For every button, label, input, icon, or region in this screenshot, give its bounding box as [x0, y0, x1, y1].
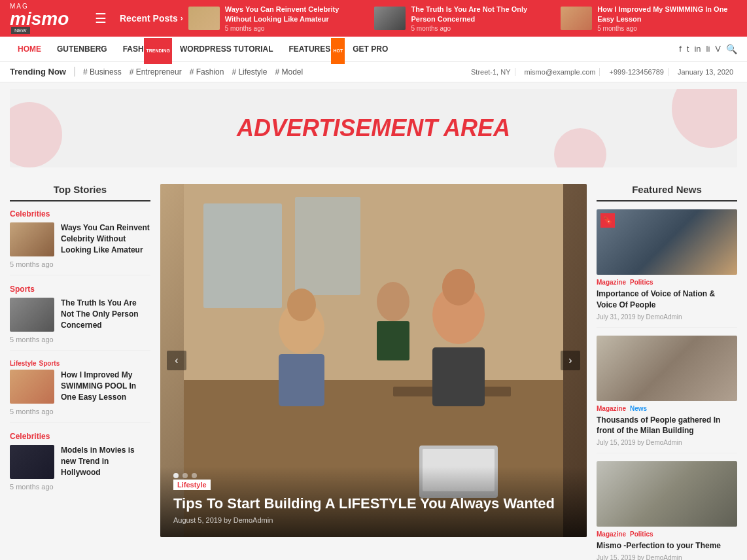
story-time: 5 months ago — [10, 260, 150, 268]
story-info: The Truth Is You Are Not The Only Person… — [61, 298, 150, 332]
recent-posts-chevron: › — [181, 14, 183, 23]
advertisement-banner: ADVERTISEMENT AREA — [10, 89, 737, 167]
featured-cat[interactable]: Magazine — [597, 531, 626, 538]
nav-item-get-pro[interactable]: GET PRO — [345, 37, 396, 61]
featured-cat[interactable]: Magazine — [597, 279, 626, 286]
trending-now-label: Trending Now — [10, 67, 75, 77]
story-title: Models in Movies is new Trend in Hollywo… — [61, 445, 150, 478]
vk-icon[interactable]: V — [715, 44, 721, 54]
trending-tag[interactable]: # Business — [83, 67, 122, 77]
svg-rect-9 — [279, 354, 324, 406]
featured-news-title: Featured News — [597, 184, 737, 201]
trending-tag[interactable]: # Entrepreneur — [130, 67, 182, 77]
svg-point-15 — [377, 282, 409, 321]
featured-news-item: 🔖 MagazinePolitics Importance of Voice o… — [597, 209, 737, 328]
slider-title: Tips To Start Building A LIFESTYLE You A… — [173, 495, 574, 512]
main-content: Top Stories Celebrities Ways You Can Rei… — [0, 174, 747, 560]
top-stories-list: Celebrities Ways You Can Reinvent Celebr… — [10, 209, 150, 497]
story-title: Ways You Can Reinvent Celebrity Without … — [61, 222, 150, 255]
svg-rect-6 — [295, 197, 360, 295]
slider-meta: August 5, 2019 by DemoAdmin — [173, 516, 574, 524]
trending-tags: # Business# Entrepreneur# Fashion# Lifes… — [83, 67, 467, 77]
top-stories-title: Top Stories — [10, 184, 150, 201]
recent-post-time: 5 months ago — [225, 25, 365, 32]
svg-rect-12 — [432, 347, 485, 406]
featured-meta: July 15, 2019 by DemoAdmin — [597, 554, 737, 560]
recent-post-title: The Truth Is You Are Not The Only Person… — [411, 5, 551, 24]
recent-posts-section: Recent Posts › Ways You Can Reinvent Cel… — [120, 5, 737, 32]
hamburger-menu-icon[interactable]: ☰ — [95, 10, 107, 26]
featured-title: Thousands of People gathered In front of… — [597, 415, 737, 437]
facebook-icon[interactable]: f — [679, 44, 682, 54]
nav-items: HOMEGUTENBERGFASHION ▾TRENDINGWORDPRESS … — [10, 37, 679, 61]
instagram-icon[interactable]: in — [694, 44, 701, 54]
story-time: 5 months ago — [10, 408, 150, 415]
svg-rect-5 — [203, 203, 282, 308]
logo-new-badge: NEW — [11, 27, 30, 34]
featured-cats: MagazinePolitics — [597, 531, 737, 538]
trending-tag[interactable]: # Fashion — [190, 67, 224, 77]
story-time: 5 months ago — [10, 336, 150, 343]
story-item[interactable]: Ways You Can Reinvent Celebrity Without … — [10, 222, 150, 256]
nav-item-fashion[interactable]: FASHION ▾TRENDING — [115, 37, 172, 61]
nav-item-features[interactable]: FEATURES ▾HOT — [281, 37, 345, 61]
nav-item-label: HOME — [18, 37, 41, 61]
svg-point-8 — [287, 289, 316, 321]
story-thumb — [10, 222, 54, 256]
story-item[interactable]: How I Improved My SWIMMING POOL In One E… — [10, 370, 150, 404]
search-icon[interactable]: 🔍 — [726, 44, 737, 54]
twitter-icon[interactable]: t — [687, 44, 689, 54]
story-category[interactable]: Celebrities — [10, 209, 150, 219]
nav-badge: HOT — [331, 38, 345, 64]
slider-prev-button[interactable]: ‹ — [167, 351, 186, 370]
recent-post-item[interactable]: How I Improved My SWIMMING In One Easy L… — [561, 5, 737, 32]
featured-thumb — [597, 461, 737, 527]
story-block: LifestyleSports How I Improved My SWIMMI… — [10, 360, 150, 423]
story-item[interactable]: Models in Movies is new Trend in Hollywo… — [10, 445, 150, 479]
nav-item-label: GET PRO — [353, 37, 388, 61]
recent-post-title: Ways You Can Reinvent Celebrity Without … — [225, 5, 365, 24]
story-category[interactable]: Celebrities — [10, 432, 150, 441]
nav-item-label: GUTENBERG — [57, 37, 107, 61]
top-header: MAG mismo NEW ☰ Recent Posts › Ways You … — [0, 0, 747, 37]
bookmark-icon: 🔖 — [600, 213, 615, 228]
recent-post-title: How I Improved My SWIMMING In One Easy L… — [597, 5, 737, 24]
story-item[interactable]: The Truth Is You Are Not The Only Person… — [10, 298, 150, 332]
story-tag[interactable]: Lifestyle — [10, 360, 37, 367]
recent-post-info: How I Improved My SWIMMING In One Easy L… — [597, 5, 737, 32]
phone-text: +999-123456789 — [605, 68, 669, 76]
recent-post-item[interactable]: The Truth Is You Are Not The Only Person… — [374, 5, 551, 32]
nav-item-home[interactable]: HOME — [10, 37, 49, 61]
ad-text: ADVERTISEMENT AREA — [237, 114, 510, 142]
slider-next-button[interactable]: › — [561, 351, 580, 370]
main-nav: HOMEGUTENBERGFASHION ▾TRENDINGWORDPRESS … — [0, 37, 747, 61]
recent-post-time: 5 months ago — [597, 25, 737, 32]
featured-news-list: 🔖 MagazinePolitics Importance of Voice o… — [597, 209, 737, 560]
recent-post-thumb — [188, 7, 220, 30]
featured-cats: MagazineNews — [597, 405, 737, 412]
featured-cat[interactable]: Politics — [630, 531, 653, 538]
featured-cat[interactable]: News — [630, 405, 647, 412]
slider-overlay: Lifestyle Tips To Start Building A LIFES… — [160, 466, 587, 537]
story-tags: LifestyleSports — [10, 360, 150, 367]
story-time: 5 months ago — [10, 483, 150, 491]
featured-cat[interactable]: Politics — [630, 279, 653, 286]
recent-post-thumb — [561, 7, 592, 30]
recent-post-thumb — [374, 7, 406, 30]
linkedin-icon[interactable]: li — [706, 44, 710, 54]
featured-cat[interactable]: Magazine — [597, 405, 626, 412]
trending-tag[interactable]: # Model — [275, 67, 303, 77]
nav-item-gutenberg[interactable]: GUTENBERG — [49, 37, 115, 61]
recent-posts-list: Ways You Can Reinvent Celebrity Without … — [188, 5, 737, 32]
slider-category[interactable]: Lifestyle — [173, 480, 211, 490]
nav-item-label: FEATURES — [288, 37, 330, 61]
nav-item-wordpress-tutorial[interactable]: WORDPRESS TUTORIAL — [172, 37, 281, 61]
story-thumb — [10, 298, 54, 332]
recent-post-item[interactable]: Ways You Can Reinvent Celebrity Without … — [188, 5, 365, 32]
address-text: Street-1, NY — [467, 68, 515, 76]
featured-meta: July 31, 2019 by DemoAdmin — [597, 313, 737, 321]
story-info: Models in Movies is new Trend in Hollywo… — [61, 445, 150, 479]
trending-tag[interactable]: # Lifestyle — [232, 67, 267, 77]
story-category[interactable]: Sports — [10, 285, 150, 294]
story-tag[interactable]: Sports — [39, 360, 60, 367]
